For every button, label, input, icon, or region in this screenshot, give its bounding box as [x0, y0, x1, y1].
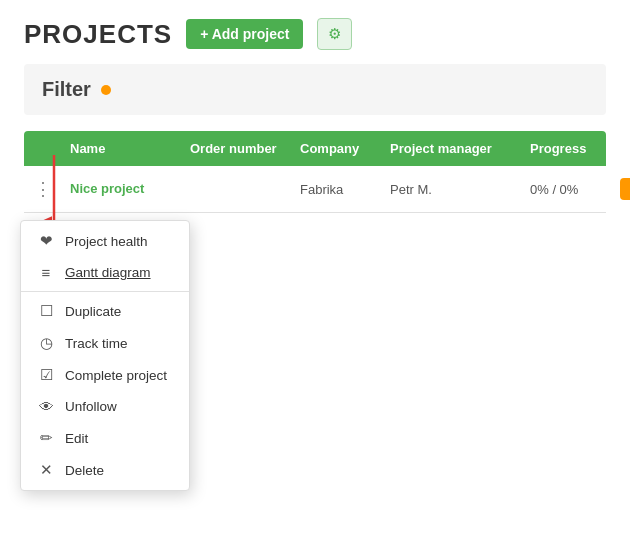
edit-icon: ✏ — [37, 429, 55, 447]
settings-button[interactable]: ⚙ — [317, 18, 352, 50]
table-header: Name Order number Company Project manage… — [24, 131, 606, 166]
menu-label-track-time: Track time — [65, 336, 128, 351]
menu-item-track-time[interactable]: ◷ Track time — [21, 327, 189, 359]
menu-divider — [21, 291, 189, 292]
menu-label-unfollow: Unfollow — [65, 399, 117, 414]
page-title: PROJECTS — [24, 19, 172, 50]
page-header: PROJECTS + Add project ⚙ — [0, 0, 630, 64]
project-company: Fabrika — [292, 182, 382, 197]
project-priority: Medium — [612, 178, 630, 200]
th-order-number: Order number — [182, 141, 292, 156]
eye-icon: 👁 — [37, 398, 55, 415]
filter-active-indicator — [101, 85, 111, 95]
th-progress: Progress — [522, 141, 612, 156]
add-project-button[interactable]: + Add project — [186, 19, 303, 49]
projects-table: Name Order number Company Project manage… — [24, 131, 606, 213]
menu-label-gantt-diagram: Gantt diagram — [65, 265, 151, 280]
menu-label-edit: Edit — [65, 431, 88, 446]
menu-item-duplicate[interactable]: ☐ Duplicate — [21, 295, 189, 327]
menu-label-duplicate: Duplicate — [65, 304, 121, 319]
gear-icon: ⚙ — [328, 25, 341, 42]
th-project-manager: Project manager — [382, 141, 522, 156]
checkmark-icon: ☑ — [37, 366, 55, 384]
menu-item-project-health[interactable]: ❤ Project health — [21, 225, 189, 257]
menu-label-delete: Delete — [65, 463, 104, 478]
priority-badge: Medium — [620, 178, 630, 200]
th-priority: Priority — [612, 141, 630, 156]
table-row: ⋮ Nice project Fabrika Petr M. 0% / 0% M… — [24, 166, 606, 213]
clock-icon: ◷ — [37, 334, 55, 352]
filter-bar: Filter — [24, 64, 606, 115]
menu-item-unfollow[interactable]: 👁 Unfollow — [21, 391, 189, 422]
menu-item-delete[interactable]: ✕ Delete — [21, 454, 189, 486]
menu-label-project-health: Project health — [65, 234, 148, 249]
th-name: Name — [62, 141, 182, 156]
filter-label: Filter — [42, 78, 91, 101]
row-actions-menu[interactable]: ⋮ — [24, 178, 62, 200]
gantt-icon: ≡ — [37, 264, 55, 281]
menu-item-edit[interactable]: ✏ Edit — [21, 422, 189, 454]
project-progress: 0% / 0% — [522, 182, 612, 197]
menu-item-gantt-diagram[interactable]: ≡ Gantt diagram — [21, 257, 189, 288]
menu-label-complete-project: Complete project — [65, 368, 167, 383]
context-menu: ❤ Project health ≡ Gantt diagram ☐ Dupli… — [20, 220, 190, 491]
project-manager: Petr M. — [382, 182, 522, 197]
th-company: Company — [292, 141, 382, 156]
heart-icon: ❤ — [37, 232, 55, 250]
project-name[interactable]: Nice project — [62, 181, 182, 198]
delete-icon: ✕ — [37, 461, 55, 479]
duplicate-icon: ☐ — [37, 302, 55, 320]
menu-item-complete-project[interactable]: ☑ Complete project — [21, 359, 189, 391]
